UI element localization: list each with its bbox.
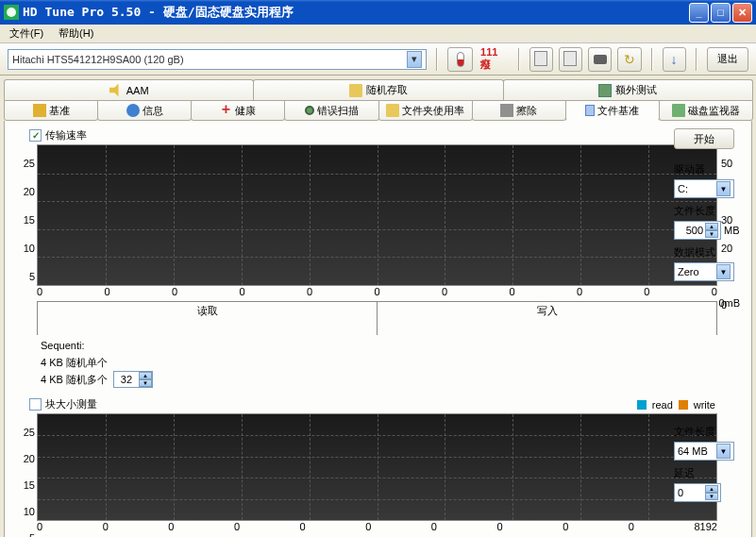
start-button[interactable]: 开始	[674, 128, 734, 149]
temperature-button[interactable]	[447, 47, 473, 72]
delay-input[interactable]	[675, 487, 705, 498]
tab-file-benchmark[interactable]: 文件基准	[565, 100, 660, 121]
data-mode-select[interactable]: Zero▼	[674, 262, 734, 281]
chart2-area: 块大小测量 read write 252015105 0000	[12, 397, 744, 532]
chevron-down-icon[interactable]: ▼	[716, 444, 731, 459]
titlebar[interactable]: HD Tune Pro 5.50 - 硬盘/固态硬盘实用程序 _ □ ✕	[0, 0, 756, 25]
temperature-value: 111癈	[479, 46, 509, 72]
toolbar: Hitachi HTS541212H9SA00 (120 gB) ▾ 111癈 …	[0, 43, 756, 76]
blocksize-label: 块大小测量	[45, 397, 97, 411]
app-icon	[4, 5, 19, 20]
tab-info[interactable]: 信息	[97, 100, 192, 121]
seq-row1: 4 KB 随机单个	[41, 354, 744, 371]
chart2-xaxis: 00000000008192	[37, 521, 717, 532]
spin-down-icon[interactable]: ▼	[705, 493, 718, 500]
file-length-input[interactable]	[675, 225, 705, 236]
spin-up-icon[interactable]: ▲	[705, 223, 718, 230]
file-icon	[585, 105, 595, 116]
gauge-icon	[33, 104, 46, 117]
drive-select-text: Hitachi HTS541212H9SA00 (120 gB)	[12, 54, 407, 65]
save-button[interactable]: ↓	[663, 47, 686, 72]
chart-icon	[672, 104, 685, 117]
random-multi-spinner[interactable]: ▲▼	[113, 371, 153, 388]
drive-letter-select[interactable]: C:▼	[674, 179, 734, 198]
maximize-button[interactable]: □	[711, 3, 731, 23]
tab-error-scan[interactable]: 错误扫描	[284, 100, 378, 121]
chart1-plot	[37, 144, 717, 286]
folder-icon	[386, 104, 399, 117]
tab-extra-tests[interactable]: 额外测试	[503, 79, 753, 100]
tabs-lower: 基准 信息 健康 错误扫描 文件夹使用率 擦除 文件基准 磁盘监视器	[0, 100, 756, 121]
chart2-plot	[37, 413, 717, 521]
close-button[interactable]: ✕	[732, 3, 752, 23]
camera-icon	[594, 55, 607, 64]
seq-header: Sequenti:	[41, 337, 744, 354]
tab-aam[interactable]: AAM	[4, 79, 254, 100]
erase-icon	[500, 104, 513, 117]
menu-file[interactable]: 文件(F)	[4, 25, 49, 42]
file-length2-label: 文件长度	[674, 425, 744, 439]
exit-button[interactable]: 退出	[707, 47, 748, 72]
copy-icon	[536, 53, 547, 66]
spin-down-icon[interactable]: ▼	[139, 379, 152, 387]
minimize-button[interactable]: _	[689, 3, 709, 23]
spin-down-icon[interactable]: ▼	[705, 230, 718, 238]
menubar: 文件(F) 帮助(H)	[0, 25, 756, 43]
health-icon	[221, 105, 232, 116]
transfer-rate-label: 传输速率	[45, 128, 87, 143]
spin-up-icon[interactable]: ▲	[139, 372, 152, 379]
folder-icon	[349, 84, 362, 97]
delay-label: 延迟	[674, 466, 744, 480]
sequential-block: Sequenti: 4 KB 随机单个 4 KB 随机多个 ▲▼	[41, 337, 744, 388]
info-icon	[126, 104, 140, 117]
tabs-upper: AAM 随机存取 额外测试	[0, 79, 756, 100]
chart2-yaxis-left: 252015105	[12, 427, 35, 537]
chevron-down-icon[interactable]: ▼	[716, 181, 731, 196]
tab-disk-monitor[interactable]: 磁盘监视器	[659, 100, 753, 121]
tab-erase[interactable]: 擦除	[472, 100, 566, 121]
right-panel: 开始 驱动器 C:▼ 文件长度 ▲▼ MB 数据模式 Zero▼ 文件长度 64…	[674, 128, 744, 502]
menu-help[interactable]: 帮助(H)	[53, 25, 99, 42]
chevron-down-icon[interactable]: ▼	[716, 264, 731, 279]
copy-text-button[interactable]	[529, 47, 553, 72]
tab-benchmark[interactable]: 基准	[4, 100, 98, 121]
content: ✓ 传输速率 MB/s ms 252015105 50403020100	[4, 121, 752, 537]
transfer-rate-checkbox[interactable]: ✓	[29, 129, 42, 142]
delay-spinner[interactable]: ▲▼	[674, 483, 721, 502]
chart1-area: ✓ 传输速率 MB/s ms 252015105 50403020100	[12, 128, 744, 388]
monitor-icon	[598, 84, 612, 97]
drive-select[interactable]: Hitachi HTS541212H9SA00 (120 gB) ▾	[8, 49, 427, 70]
spin-up-icon[interactable]: ▲	[705, 485, 718, 493]
read-label: 读取	[37, 301, 378, 335]
refresh-button[interactable]: ↻	[617, 47, 641, 72]
write-label: 写入	[378, 301, 717, 335]
copy-info-button[interactable]	[559, 47, 582, 72]
file-length-spinner[interactable]: ▲▼	[674, 221, 721, 240]
file-length-unit: MB	[724, 225, 740, 236]
file-length2-select[interactable]: 64 MB▼	[674, 442, 734, 461]
tab-folder-usage[interactable]: 文件夹使用率	[378, 100, 473, 121]
drive-letter-label: 驱动器	[674, 162, 744, 176]
chart1-yaxis-left: 252015105	[12, 158, 35, 299]
screenshot-button[interactable]	[588, 47, 612, 72]
title-text: HD Tune Pro 5.50 - 硬盘/固态硬盘实用程序	[23, 4, 689, 21]
chevron-down-icon[interactable]: ▾	[407, 51, 422, 68]
data-mode-label: 数据模式	[674, 245, 744, 260]
copy-icon	[565, 53, 577, 66]
tab-health[interactable]: 健康	[191, 100, 285, 121]
tab-random-access[interactable]: 随机存取	[253, 79, 503, 100]
arrow-down-icon: ↓	[671, 52, 678, 67]
thermometer-icon	[457, 52, 464, 67]
refresh-icon: ↻	[624, 52, 635, 67]
chart1-split: 读取 写入	[37, 301, 717, 335]
magnify-icon	[305, 106, 314, 115]
file-length-label: 文件长度	[674, 204, 744, 218]
legend-read-swatch	[637, 400, 647, 410]
blocksize-checkbox[interactable]	[29, 398, 42, 411]
chart1-xaxis: 00000000000	[37, 286, 717, 297]
speaker-icon	[109, 84, 123, 97]
random-multi-input[interactable]	[114, 374, 139, 385]
seq-row2: 4 KB 随机多个	[41, 373, 108, 387]
